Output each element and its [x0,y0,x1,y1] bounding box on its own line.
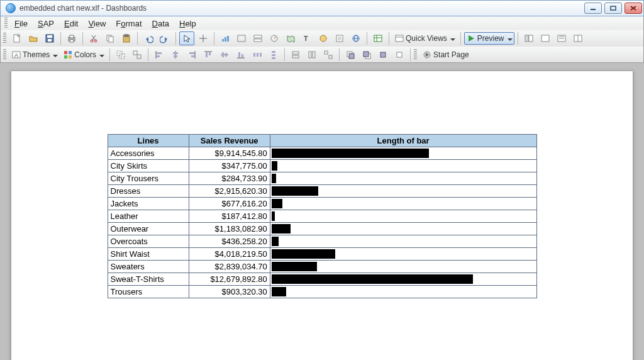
close-button[interactable] [625,3,642,14]
table-row[interactable]: City Trousers$284,733.90 [108,172,536,185]
table-row[interactable]: Accessories$9,914,545.80 [108,147,536,160]
cell-line: Outerwear [108,223,189,235]
cell-line: Leather [108,210,189,223]
cell-line: Sweaters [108,261,189,273]
menu-view[interactable]: View [83,18,111,30]
svg-rect-45 [525,35,528,42]
preview-button[interactable]: Preview [464,32,514,45]
menu-format[interactable]: Format [111,18,147,30]
bar-icon [272,186,318,196]
chart-button[interactable] [218,31,233,45]
cell-line: Sweat-T-Shirts [108,273,189,286]
component-tool-button[interactable] [196,31,211,45]
send-back-button[interactable] [359,48,374,62]
menu-help[interactable]: Help [174,18,201,30]
selection-tool-button[interactable] [179,31,194,45]
menu-file[interactable]: File [9,18,33,30]
align-right-button[interactable] [184,48,199,62]
spreadsheet-button[interactable] [370,31,386,45]
same-size-button[interactable] [321,48,336,62]
start-page-button[interactable]: Start Page [420,48,472,61]
table-row[interactable]: Sweaters$2,839,034.70 [108,261,536,273]
svg-rect-97 [380,52,386,57]
cell-bar [270,235,536,248]
container-button[interactable] [234,31,249,45]
table-row[interactable]: Overcoats$436,258.20 [108,235,536,248]
svg-rect-87 [292,52,299,54]
quick-views-label: Quick Views [404,34,448,43]
table-row[interactable]: Shirt Waist$4,018,219.50 [108,248,536,261]
themes-dropdown[interactable]: A Themes [9,48,60,61]
bar-icon [272,287,286,296]
redo-button[interactable] [157,31,172,45]
table-row[interactable]: Outerwear$1,183,082.90 [108,223,536,235]
send-backward-button[interactable] [392,48,407,62]
align-bottom-button[interactable] [233,48,248,62]
table-row[interactable]: Sweat-T-Shirts$12,679,892.80 [108,273,536,286]
menu-data[interactable]: Data [147,18,174,30]
distribute-v-button[interactable] [266,48,281,62]
ungroup-button[interactable] [130,48,145,62]
text-button[interactable]: T [299,31,314,45]
themes-label: Themes [21,50,51,59]
svg-rect-57 [64,55,67,59]
table-row[interactable]: Trousers$903,320.30 [108,286,536,298]
table-row[interactable]: Jackets$677,616.20 [108,198,536,210]
start-page-label: Start Page [432,50,470,59]
toggle-prop-button[interactable] [570,31,586,45]
group-button[interactable] [113,48,128,62]
open-button[interactable] [26,31,41,45]
table-row[interactable]: Leather$187,412.80 [108,210,536,223]
table-row[interactable]: City Skirts$347,775.00 [108,160,536,172]
toggle-canvas-button[interactable] [538,31,553,45]
table-row[interactable]: Dresses$2,915,620.30 [108,185,536,198]
grip-icon [3,33,6,44]
svg-rect-81 [253,53,255,57]
same-width-button[interactable] [288,48,303,62]
bar-icon [272,174,276,183]
maximize-button[interactable] [604,3,622,14]
align-center-button[interactable] [168,48,183,62]
quick-views-dropdown[interactable]: Quick Views [392,32,457,45]
selector-button[interactable] [250,31,265,45]
svg-rect-39 [374,35,382,42]
align-left-button[interactable] [152,48,167,62]
toggle-tree-button[interactable] [554,31,569,45]
bring-forward-button[interactable] [375,48,391,62]
menu-edit[interactable]: Edit [59,18,83,30]
cell-line: City Skirts [108,160,189,172]
cell-revenue: $347,775.00 [189,160,270,172]
svg-rect-27 [238,35,245,42]
copy-button[interactable] [103,31,118,45]
undo-button[interactable] [141,31,156,45]
cut-button[interactable] [86,31,101,45]
cell-line: Dresses [108,185,189,198]
cell-line: Shirt Waist [108,248,189,261]
map-button[interactable] [283,31,298,45]
menu-sap[interactable]: SAP [33,18,59,30]
distribute-h-button[interactable] [250,48,265,62]
new-button[interactable] [9,31,25,45]
canvas-page[interactable]: Lines Sales Revenue Length of bar Access… [11,70,633,360]
single-value-button[interactable] [267,31,282,45]
toggle-browser-button[interactable] [521,31,536,45]
print-button[interactable] [64,31,79,45]
app-icon [6,3,16,13]
minimize-button[interactable] [584,3,602,14]
svg-rect-74 [209,52,211,55]
same-height-button[interactable] [304,48,319,62]
colors-dropdown[interactable]: Colors [61,48,106,61]
align-middle-button[interactable] [217,48,232,62]
save-button[interactable] [42,31,57,45]
paste-button[interactable] [119,31,134,45]
svg-rect-86 [272,57,275,59]
svg-rect-29 [254,39,262,42]
bring-front-button[interactable] [343,48,358,62]
other-button[interactable] [316,31,331,45]
svg-rect-70 [189,52,194,54]
art-button[interactable] [332,31,347,45]
bar-icon [272,224,291,233]
web-button[interactable] [348,31,364,45]
align-top-button[interactable] [201,48,216,62]
bar-icon [272,274,473,284]
